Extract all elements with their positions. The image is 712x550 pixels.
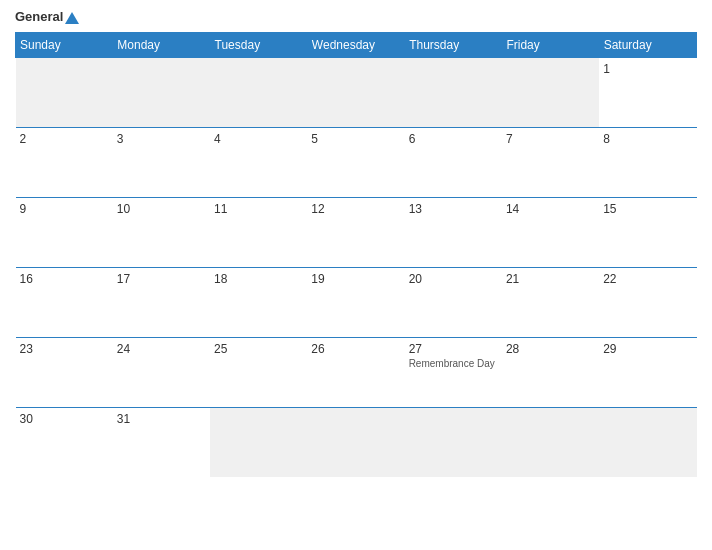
calendar-cell: 4 [210, 127, 307, 197]
day-number: 17 [117, 272, 206, 286]
logo-triangle-icon [65, 12, 79, 24]
day-number: 5 [311, 132, 400, 146]
day-number: 8 [603, 132, 692, 146]
calendar-cell [210, 407, 307, 477]
logo: General [15, 10, 79, 24]
weekday-header: Saturday [599, 32, 696, 57]
calendar-row: 2324252627Remembrance Day2829 [16, 337, 697, 407]
calendar-cell: 28 [502, 337, 599, 407]
calendar-cell: 10 [113, 197, 210, 267]
calendar-cell: 30 [16, 407, 113, 477]
day-number: 6 [409, 132, 498, 146]
calendar-cell [113, 57, 210, 127]
calendar-cell [307, 407, 404, 477]
calendar-cell: 9 [16, 197, 113, 267]
calendar-cell: 6 [405, 127, 502, 197]
day-number: 28 [506, 342, 595, 356]
day-number: 10 [117, 202, 206, 216]
weekday-header: Tuesday [210, 32, 307, 57]
weekday-header: Friday [502, 32, 599, 57]
calendar-cell: 19 [307, 267, 404, 337]
calendar-cell: 11 [210, 197, 307, 267]
calendar-row: 3031 [16, 407, 697, 477]
day-event: Remembrance Day [409, 358, 498, 369]
weekday-header: Monday [113, 32, 210, 57]
day-number: 18 [214, 272, 303, 286]
calendar-table: SundayMondayTuesdayWednesdayThursdayFrid… [15, 32, 697, 478]
day-number: 26 [311, 342, 400, 356]
calendar-cell: 20 [405, 267, 502, 337]
calendar-cell: 24 [113, 337, 210, 407]
day-number: 27 [409, 342, 498, 356]
calendar-cell: 1 [599, 57, 696, 127]
calendar-cell [405, 57, 502, 127]
calendar-cell: 16 [16, 267, 113, 337]
calendar-cell [405, 407, 502, 477]
calendar-cell [16, 57, 113, 127]
calendar-cell [307, 57, 404, 127]
day-number: 2 [20, 132, 109, 146]
calendar-cell [210, 57, 307, 127]
day-number: 20 [409, 272, 498, 286]
calendar-cell: 23 [16, 337, 113, 407]
calendar-row: 16171819202122 [16, 267, 697, 337]
weekday-header: Sunday [16, 32, 113, 57]
calendar-cell [599, 407, 696, 477]
day-number: 30 [20, 412, 109, 426]
day-number: 16 [20, 272, 109, 286]
day-number: 22 [603, 272, 692, 286]
day-number: 23 [20, 342, 109, 356]
calendar-row: 9101112131415 [16, 197, 697, 267]
day-number: 13 [409, 202, 498, 216]
calendar-cell: 21 [502, 267, 599, 337]
day-number: 1 [603, 62, 692, 76]
calendar-cell: 29 [599, 337, 696, 407]
day-number: 31 [117, 412, 206, 426]
day-number: 11 [214, 202, 303, 216]
day-number: 24 [117, 342, 206, 356]
calendar-cell: 26 [307, 337, 404, 407]
calendar-row: 2345678 [16, 127, 697, 197]
weekday-header: Wednesday [307, 32, 404, 57]
calendar-cell [502, 57, 599, 127]
calendar-cell [502, 407, 599, 477]
day-number: 3 [117, 132, 206, 146]
calendar-cell: 3 [113, 127, 210, 197]
calendar-cell: 2 [16, 127, 113, 197]
calendar-cell: 12 [307, 197, 404, 267]
calendar-header: General [15, 10, 697, 24]
calendar-cell: 7 [502, 127, 599, 197]
calendar-cell: 27Remembrance Day [405, 337, 502, 407]
calendar-cell: 22 [599, 267, 696, 337]
day-number: 12 [311, 202, 400, 216]
day-number: 4 [214, 132, 303, 146]
day-number: 15 [603, 202, 692, 216]
weekday-header-row: SundayMondayTuesdayWednesdayThursdayFrid… [16, 32, 697, 57]
calendar-cell: 13 [405, 197, 502, 267]
day-number: 19 [311, 272, 400, 286]
calendar-cell: 25 [210, 337, 307, 407]
calendar-cell: 5 [307, 127, 404, 197]
calendar-cell: 15 [599, 197, 696, 267]
calendar-cell: 8 [599, 127, 696, 197]
calendar-container: General SundayMondayTuesdayWednesdayThur… [0, 0, 712, 550]
day-number: 29 [603, 342, 692, 356]
weekday-header: Thursday [405, 32, 502, 57]
calendar-cell: 18 [210, 267, 307, 337]
calendar-cell: 31 [113, 407, 210, 477]
calendar-row: 1 [16, 57, 697, 127]
day-number: 21 [506, 272, 595, 286]
day-number: 14 [506, 202, 595, 216]
day-number: 7 [506, 132, 595, 146]
calendar-cell: 14 [502, 197, 599, 267]
calendar-cell: 17 [113, 267, 210, 337]
day-number: 25 [214, 342, 303, 356]
day-number: 9 [20, 202, 109, 216]
logo-general-text: General [15, 10, 79, 24]
